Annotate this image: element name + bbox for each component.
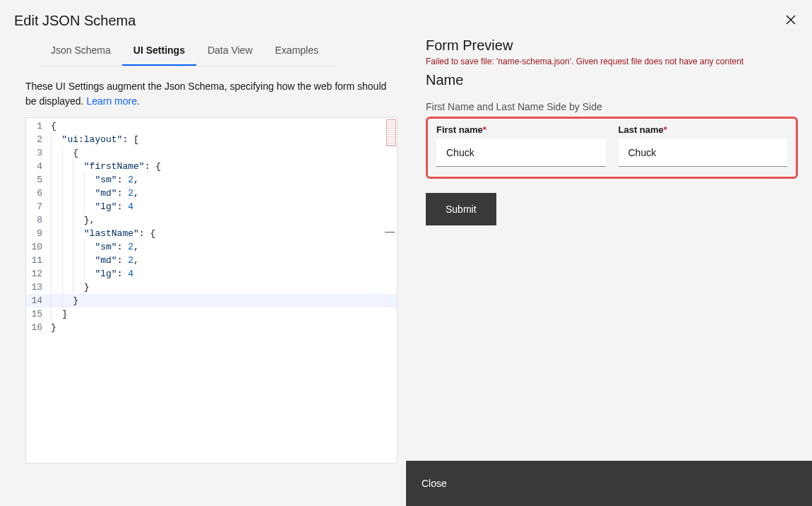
line-number: 2: [26, 133, 51, 146]
line-number: 6: [26, 187, 51, 200]
line-content: {: [51, 119, 56, 133]
code-line[interactable]: 10 "sm": 2,: [26, 240, 397, 254]
modal-title: Edit JSON Schema: [14, 13, 136, 29]
required-star: *: [664, 124, 667, 135]
code-line[interactable]: 4 "firstName": {: [26, 160, 397, 173]
error-message: Failed to save file: 'name-schema.json'.…: [426, 57, 798, 66]
minimap[interactable]: [355, 119, 396, 146]
code-line[interactable]: 3 {: [26, 146, 397, 160]
submit-button[interactable]: Submit: [426, 193, 496, 225]
line-content: "ui:layout": [: [51, 133, 139, 146]
form-row: First name* Last name*: [436, 124, 787, 167]
line-content: "lg": 4: [51, 200, 133, 213]
line-number: 7: [26, 200, 51, 213]
tab-data-view[interactable]: Data View: [196, 36, 264, 66]
line-content: "lg": 4: [51, 267, 133, 281]
intro-text-before: These UI Settings augment the Json Schem…: [25, 81, 386, 107]
code-editor[interactable]: 1{2 "ui:layout": [3 {4 "firstName": {5 "…: [25, 117, 398, 464]
highlight-box: First name* Last name*: [426, 117, 798, 179]
code-line[interactable]: 2 "ui:layout": [: [26, 133, 397, 146]
line-content: "sm": 2,: [51, 240, 139, 254]
last-name-group: Last name*: [619, 124, 788, 167]
line-number: 5: [26, 173, 51, 187]
line-number: 15: [26, 307, 51, 321]
line-content: },: [51, 213, 95, 227]
line-number: 4: [26, 160, 51, 173]
form-preview-heading: Form Preview: [426, 37, 798, 54]
close-button[interactable]: [784, 13, 798, 29]
tabs: Json SchemaUI SettingsData ViewExamples: [40, 36, 336, 66]
form-title: Name: [426, 72, 798, 88]
code-line[interactable]: 1{: [26, 119, 397, 133]
line-number: 11: [26, 254, 51, 267]
code-line[interactable]: 7 "lg": 4: [26, 200, 397, 213]
modal-body: Json SchemaUI SettingsData ViewExamples …: [0, 36, 812, 464]
line-number: 9: [26, 227, 51, 240]
code-line[interactable]: 9 "lastName": {: [26, 227, 397, 240]
code-line[interactable]: 13 }: [26, 281, 397, 294]
first-name-input[interactable]: [436, 139, 606, 167]
modal-header: Edit JSON Schema: [0, 0, 812, 36]
code-content: 1{2 "ui:layout": [3 {4 "firstName": {5 "…: [26, 118, 397, 334]
code-line[interactable]: 14 }: [26, 294, 397, 307]
editor-column: Json SchemaUI SettingsData ViewExamples …: [0, 36, 412, 464]
edit-json-schema-modal: Edit JSON Schema Json SchemaUI SettingsD…: [0, 0, 812, 506]
first-name-group: First name*: [436, 124, 606, 167]
tab-json-schema[interactable]: Json Schema: [40, 36, 122, 66]
line-content: }: [51, 281, 90, 294]
close-icon: [785, 17, 796, 28]
code-line[interactable]: 16}: [26, 321, 397, 334]
required-star: *: [483, 124, 486, 135]
code-line[interactable]: 15 ]: [26, 307, 397, 321]
line-number: 14: [26, 294, 51, 307]
line-content: "lastName": {: [51, 227, 155, 240]
line-content: ]: [51, 307, 67, 321]
line-content: {: [51, 146, 78, 160]
line-number: 3: [26, 146, 51, 160]
code-line[interactable]: 11 "md": 2,: [26, 254, 397, 267]
line-content: "sm": 2,: [51, 173, 139, 187]
tab-ui-settings[interactable]: UI Settings: [122, 36, 196, 66]
last-name-input[interactable]: [619, 139, 788, 167]
preview-column: Form Preview Failed to save file: 'name-…: [412, 36, 812, 464]
intro-text-after: .: [137, 95, 140, 107]
line-content: "md": 2,: [51, 187, 139, 200]
last-name-label: Last name*: [619, 124, 788, 135]
line-number: 8: [26, 213, 51, 227]
line-content: }: [51, 294, 78, 307]
line-number: 13: [26, 281, 51, 294]
form-subtitle: First Name and Last Name Side by Side: [426, 101, 798, 112]
line-content: }: [51, 321, 56, 334]
tab-examples[interactable]: Examples: [264, 36, 330, 66]
line-number: 1: [26, 119, 51, 133]
resize-handle[interactable]: —: [385, 230, 395, 233]
code-line[interactable]: 6 "md": 2,: [26, 187, 397, 200]
line-content: "firstName": {: [51, 160, 161, 173]
close-bar-button[interactable]: Close: [406, 461, 812, 506]
intro-text: These UI Settings augment the Json Schem…: [25, 79, 398, 109]
code-line[interactable]: 5 "sm": 2,: [26, 173, 397, 187]
learn-more-link[interactable]: Learn more: [86, 95, 137, 107]
line-number: 10: [26, 240, 51, 254]
line-content: "md": 2,: [51, 254, 139, 267]
first-name-label: First name*: [436, 124, 606, 135]
line-number: 16: [26, 321, 51, 334]
code-line[interactable]: 8 },: [26, 213, 397, 227]
code-line[interactable]: 12 "lg": 4: [26, 267, 397, 281]
line-number: 12: [26, 267, 51, 281]
